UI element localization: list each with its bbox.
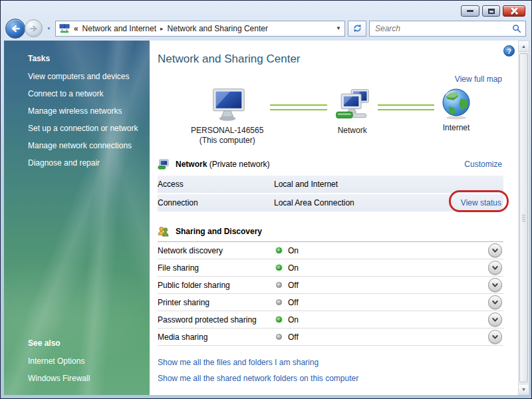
chevron-down-icon xyxy=(491,298,499,307)
connection-value: Local Area Connection xyxy=(274,198,461,207)
sharing-section-title: Sharing and Discovery xyxy=(176,227,262,236)
map-node-computer[interactable]: PERSONAL-146565 (This computer) xyxy=(191,88,263,146)
sidebar-item-manage-network-connections[interactable]: Manage network connections xyxy=(4,137,150,154)
sidebar-item-internet-options[interactable]: Internet Options xyxy=(4,352,150,370)
sharing-row-network-discovery: Network discovery On xyxy=(158,242,503,259)
sharing-row-label: Network discovery xyxy=(158,246,276,255)
expand-button[interactable] xyxy=(488,278,502,292)
expand-button[interactable] xyxy=(488,295,502,309)
map-node-internet[interactable]: Internet xyxy=(441,88,471,133)
expand-button[interactable] xyxy=(488,330,502,344)
search-icon[interactable] xyxy=(512,24,521,33)
show-shared-files-link[interactable]: Show me all the files and folders I am s… xyxy=(158,358,503,367)
expand-button[interactable] xyxy=(488,313,502,327)
minimize-button[interactable] xyxy=(461,5,479,17)
this-computer-label: (This computer) xyxy=(191,136,263,146)
status-dot xyxy=(276,334,282,340)
computer-icon xyxy=(208,88,247,122)
sharing-section-header: Sharing and Discovery xyxy=(158,226,503,242)
main-content: ? Network and Sharing Center View full m… xyxy=(150,41,518,395)
access-value: Local and Internet xyxy=(274,180,503,189)
address-bar: ▼ « Network and Internet ▸ Network and S… xyxy=(1,19,531,41)
see-also-header: See also xyxy=(4,338,150,352)
task-pane: Tasks View computers and devices Connect… xyxy=(4,41,150,395)
back-button[interactable] xyxy=(5,19,25,39)
connection-row: Connection Local Area Connection View st… xyxy=(158,194,503,211)
status-dot xyxy=(276,317,282,323)
access-label: Access xyxy=(158,180,274,189)
status-value: Off xyxy=(288,281,488,290)
sharing-and-discovery-icon xyxy=(158,226,169,237)
breadcrumb[interactable]: « Network and Internet ▸ Network and Sha… xyxy=(55,21,345,37)
sharing-row-label: File sharing xyxy=(158,263,276,273)
sharing-row-printer-sharing: Printer sharing Off xyxy=(158,294,503,311)
customize-link[interactable]: Customize xyxy=(464,160,503,169)
close-button[interactable] xyxy=(503,5,525,17)
map-connection-line xyxy=(378,104,434,110)
search-input[interactable] xyxy=(374,23,512,34)
address-dropdown-icon[interactable]: ▼ xyxy=(336,25,341,31)
search-box xyxy=(369,21,526,37)
access-row: Access Local and Internet xyxy=(158,176,503,193)
scrollbar-thumb[interactable] xyxy=(519,53,528,382)
breadcrumb-separator-icon[interactable]: ▸ xyxy=(160,25,164,32)
map-node-network[interactable]: Network xyxy=(334,88,371,136)
sharing-row-label: Printer sharing xyxy=(158,298,276,307)
breadcrumb-overflow-chevron[interactable]: « xyxy=(74,24,78,33)
network-section-name: Network xyxy=(176,160,207,169)
show-shared-folders-link[interactable]: Show me all the shared network folders o… xyxy=(158,374,503,383)
status-value: Off xyxy=(288,332,488,342)
vertical-scrollbar[interactable]: ▲ ▼ xyxy=(518,41,529,395)
network-section-header: Network (Private network) Customize xyxy=(158,159,503,170)
network-section-title: Network (Private network) xyxy=(176,160,269,169)
status-dot xyxy=(276,247,282,253)
status-dot xyxy=(276,265,282,271)
minimize-icon xyxy=(467,10,473,12)
status-value: On xyxy=(288,263,488,273)
status-value: Off xyxy=(288,298,488,307)
maximize-icon xyxy=(488,9,495,14)
sidebar-item-view-computers-and-devices[interactable]: View computers and devices xyxy=(4,68,150,85)
status-value: On xyxy=(288,315,488,325)
scroll-up-button[interactable]: ▲ xyxy=(519,41,529,52)
chevron-down-icon xyxy=(491,332,499,341)
help-button[interactable]: ? xyxy=(503,45,515,57)
sidebar-item-diagnose-and-repair[interactable]: Diagnose and repair xyxy=(4,154,150,172)
forward-button[interactable] xyxy=(25,19,43,37)
sidebar-item-set-up-a-connection-or-network[interactable]: Set up a connection or network xyxy=(4,120,150,137)
sidebar-item-windows-firewall[interactable]: Windows Firewall xyxy=(4,370,150,387)
computer-name-label: PERSONAL-146565 xyxy=(191,126,263,136)
map-connection-line xyxy=(270,104,327,110)
scroll-down-button[interactable]: ▼ xyxy=(519,384,529,394)
maximize-button[interactable] xyxy=(482,5,500,17)
expand-button[interactable] xyxy=(488,261,502,275)
sharing-row-password-protected-sharing: Password protected sharing On xyxy=(158,311,503,329)
view-status-link[interactable]: View status xyxy=(461,198,501,207)
view-full-map-link[interactable]: View full map xyxy=(455,74,502,84)
sidebar-item-connect-to-a-network[interactable]: Connect to a network xyxy=(4,85,150,102)
chevron-down-icon xyxy=(491,281,499,289)
connection-label: Connection xyxy=(158,198,274,207)
expand-button[interactable] xyxy=(488,243,502,257)
refresh-button[interactable] xyxy=(348,21,366,37)
breadcrumb-item-network-and-sharing-center[interactable]: Network and Sharing Center xyxy=(168,24,268,33)
sharing-row-label: Password protected sharing xyxy=(158,315,276,325)
window-titlebar[interactable] xyxy=(1,1,531,19)
chevron-down-icon xyxy=(491,263,499,272)
network-icon xyxy=(334,88,371,122)
internet-node-label: Internet xyxy=(443,123,470,133)
status-dot xyxy=(276,299,282,305)
internet-globe-icon xyxy=(441,88,471,120)
refresh-icon xyxy=(352,23,362,33)
network-section-kind: (Private network) xyxy=(209,160,270,169)
sharing-row-public-folder-sharing: Public folder sharing Off xyxy=(158,277,503,294)
sharing-row-media-sharing: Media sharing Off xyxy=(158,329,503,346)
sharing-row-label: Public folder sharing xyxy=(158,281,276,290)
status-value: On xyxy=(288,246,488,255)
forward-arrow-icon xyxy=(29,24,39,33)
sidebar-item-manage-wireless-networks[interactable]: Manage wireless networks xyxy=(4,102,150,120)
recent-pages-dropdown[interactable]: ▼ xyxy=(47,26,52,31)
breadcrumb-item-network-and-internet[interactable]: Network and Internet xyxy=(82,24,156,33)
tasks-header: Tasks xyxy=(4,54,150,68)
network-detail-rows: Access Local and Internet Connection Loc… xyxy=(158,176,503,211)
